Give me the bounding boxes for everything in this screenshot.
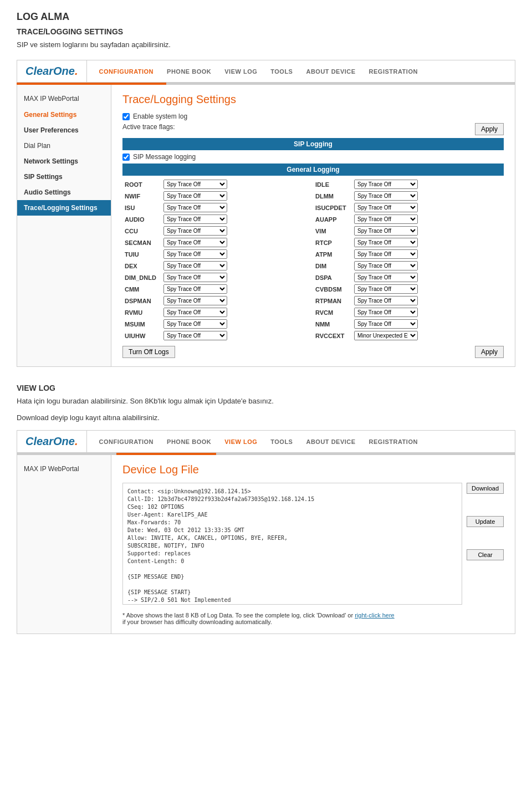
- log-footer-text2: if your browser has difficulty downloadi…: [122, 619, 272, 625]
- right-dropdown-11[interactable]: Spy Trace Off: [354, 308, 418, 317]
- table-row: NWIF Spy Trace Off DLMM Spy Trace Off: [122, 190, 504, 202]
- log-footer-text: * Above shows the last 8 KB of Log Data.…: [122, 612, 355, 619]
- log-page-title: Device Log File: [122, 463, 504, 476]
- left-dropdown-5[interactable]: Spy Trace Off: [163, 238, 227, 247]
- section1-desc: SIP ve sistem loglarını bu sayfadan açab…: [17, 40, 515, 49]
- right-dropdown-9[interactable]: Spy Trace Off: [354, 284, 418, 294]
- update-button[interactable]: Update: [467, 516, 504, 527]
- general-section-header: General Logging: [122, 164, 504, 176]
- log-area-row: Contact: <sip:Unknown@192.168.124.15> Ca…: [122, 483, 504, 607]
- bottom-row: Turn Off Logs Apply: [122, 346, 504, 358]
- nav-bar-1: ClearOne. CONFIGURATION PHONE BOOK VIEW …: [17, 60, 515, 83]
- right-dropdown-8[interactable]: Spy Trace Off: [354, 273, 418, 282]
- right-dropdown-13[interactable]: Minor Unexpected Event: [354, 331, 418, 340]
- nav-viewlog-2[interactable]: VIEW LOG: [218, 433, 264, 451]
- download-button[interactable]: Download: [467, 483, 504, 494]
- left-dropdown-6[interactable]: Spy Trace Off: [163, 249, 227, 259]
- sidebar-1: MAX IP WebPortal General Settings User P…: [17, 85, 111, 366]
- right-dropdown-12[interactable]: Spy Trace Off: [354, 319, 418, 329]
- enable-log-checkbox[interactable]: [122, 113, 130, 120]
- right-label-0: IDLE: [313, 178, 352, 190]
- left-dropdown-7[interactable]: Spy Trace Off: [163, 261, 227, 270]
- apply-button-bottom[interactable]: Apply: [475, 346, 504, 358]
- nav-registration-1[interactable]: REGISTRATION: [362, 63, 424, 80]
- sidebar-item-general-settings[interactable]: General Settings: [17, 107, 111, 122]
- nav-links-2: CONFIGURATION PHONE BOOK VIEW LOG TOOLS …: [87, 433, 515, 451]
- log-footer-link[interactable]: right-click here: [355, 612, 395, 619]
- nav-tools-1[interactable]: TOOLS: [264, 63, 299, 80]
- left-dropdown-2[interactable]: Spy Trace Off: [163, 203, 227, 212]
- nav-configuration-2[interactable]: CONFIGURATION: [93, 433, 161, 451]
- nav-links-1: CONFIGURATION PHONE BOOK VIEW LOG TOOLS …: [87, 63, 515, 80]
- right-dropdown-6[interactable]: Spy Trace Off: [354, 249, 418, 259]
- main-content-2: MAX IP WebPortal Device Log File Contact…: [17, 455, 515, 634]
- left-dropdown-0[interactable]: Spy Trace Off: [163, 180, 227, 189]
- right-dropdown-2[interactable]: Spy Trace Off: [354, 203, 418, 212]
- sip-section-header: SIP Logging: [122, 138, 504, 150]
- max-ip-label-2: MAX IP WebPortal: [17, 461, 111, 473]
- sidebar-item-dial-plan[interactable]: Dial Plan: [17, 138, 111, 154]
- nav-tools-2[interactable]: TOOLS: [264, 433, 299, 451]
- table-row: DSPMAN Spy Trace Off RTPMAN Spy Trace Of…: [122, 295, 504, 307]
- nav-aboutdevice-1[interactable]: ABOUT DEVICE: [299, 63, 362, 80]
- left-select-0[interactable]: Spy Trace Off: [161, 178, 305, 190]
- log-side-buttons: Download Update Clear: [467, 483, 504, 560]
- sip-message-row: SIP Message logging: [122, 153, 504, 161]
- enable-log-label: Enable system log: [133, 113, 187, 120]
- table-row: ROOT Spy Trace Off IDLE Spy Trace Off: [122, 178, 504, 190]
- sidebar-item-network-settings[interactable]: Network Settings: [17, 154, 111, 169]
- log-box-container: Contact: <sip:Unknown@192.168.124.15> Ca…: [122, 483, 462, 607]
- nav-registration-2[interactable]: REGISTRATION: [362, 433, 424, 451]
- left-label-0: ROOT: [122, 178, 161, 190]
- sip-message-label: SIP Message logging: [133, 153, 196, 161]
- left-dropdown-8[interactable]: Spy Trace Off: [163, 273, 227, 282]
- table-row: SECMAN Spy Trace Off RTCP Spy Trace Off: [122, 237, 504, 248]
- log-box[interactable]: Contact: <sip:Unknown@192.168.124.15> Ca…: [122, 483, 462, 605]
- right-select-0[interactable]: Spy Trace Off: [352, 178, 496, 190]
- section2-desc2: Download deyip logu kayıt altına alabili…: [17, 413, 515, 422]
- apply-button-top[interactable]: Apply: [475, 123, 504, 135]
- table-row: CCU Spy Trace Off VIM Spy Trace Off: [122, 225, 504, 237]
- table-row: UIUHW Spy Trace Off RVCCEXT Minor Unexpe…: [122, 330, 504, 341]
- left-dropdown-1[interactable]: Spy Trace Off: [163, 191, 227, 201]
- sidebar-item-audio-settings[interactable]: Audio Settings: [17, 185, 111, 200]
- nav-viewlog-1[interactable]: VIEW LOG: [218, 63, 264, 80]
- table-row: DEX Spy Trace Off DIM Spy Trace Off: [122, 260, 504, 272]
- right-dropdown-3[interactable]: Spy Trace Off: [354, 214, 418, 224]
- clear-button[interactable]: Clear: [467, 549, 504, 560]
- right-dropdown-1[interactable]: Spy Trace Off: [354, 191, 418, 201]
- trace-page-title: Trace/Logging Settings: [122, 93, 504, 106]
- table-row: AUDIO Spy Trace Off AUAPP Spy Trace Off: [122, 213, 504, 225]
- left-dropdown-10[interactable]: Spy Trace Off: [163, 296, 227, 305]
- left-dropdown-11[interactable]: Spy Trace Off: [163, 308, 227, 317]
- nav-phonebook-2[interactable]: PHONE BOOK: [160, 433, 218, 451]
- sidebar-item-trace-logging[interactable]: Trace/Logging Settings: [17, 200, 111, 216]
- left-dropdown-3[interactable]: Spy Trace Off: [163, 214, 227, 224]
- left-dropdown-13[interactable]: Spy Trace Off: [163, 331, 227, 340]
- nav-configuration-1[interactable]: CONFIGURATION: [93, 63, 161, 80]
- table-row: CMM Spy Trace Off CVBDSM Spy Trace Off: [122, 283, 504, 295]
- log-content-area: Device Log File Contact: <sip:Unknown@19…: [111, 455, 515, 634]
- right-dropdown-7[interactable]: Spy Trace Off: [354, 261, 418, 270]
- left-dropdown-9[interactable]: Spy Trace Off: [163, 284, 227, 294]
- section2-desc1: Hata için logu buradan alabilirsiniz. So…: [17, 397, 515, 405]
- sidebar-item-sip-settings[interactable]: SIP Settings: [17, 169, 111, 185]
- sidebar-item-user-preferences[interactable]: User Preferences: [17, 122, 111, 138]
- sip-message-checkbox[interactable]: [122, 154, 130, 161]
- turn-off-logs-button[interactable]: Turn Off Logs: [122, 346, 175, 358]
- left-dropdown-12[interactable]: Spy Trace Off: [163, 319, 227, 329]
- max-ip-label-1: MAX IP WebPortal: [17, 90, 111, 103]
- left-dropdown-4[interactable]: Spy Trace Off: [163, 226, 227, 236]
- main-content-1: MAX IP WebPortal General Settings User P…: [17, 85, 515, 367]
- right-dropdown-0[interactable]: Spy Trace Off: [354, 180, 418, 189]
- right-dropdown-10[interactable]: Spy Trace Off: [354, 296, 418, 305]
- table-row: TUIU Spy Trace Off ATPM Spy Trace Off: [122, 248, 504, 260]
- right-dropdown-5[interactable]: Spy Trace Off: [354, 238, 418, 247]
- nav-aboutdevice-2[interactable]: ABOUT DEVICE: [299, 433, 362, 451]
- nav-bar-2: ClearOne. CONFIGURATION PHONE BOOK VIEW …: [17, 430, 515, 453]
- section2-title: VIEW LOG: [17, 384, 515, 392]
- right-dropdown-4[interactable]: Spy Trace Off: [354, 226, 418, 236]
- table-row: DIM_DNLD Spy Trace Off DSPA Spy Trace Of…: [122, 272, 504, 283]
- logging-table: ROOT Spy Trace Off IDLE Spy Trace Off NW…: [122, 178, 504, 341]
- nav-phonebook-1[interactable]: PHONE BOOK: [160, 63, 218, 80]
